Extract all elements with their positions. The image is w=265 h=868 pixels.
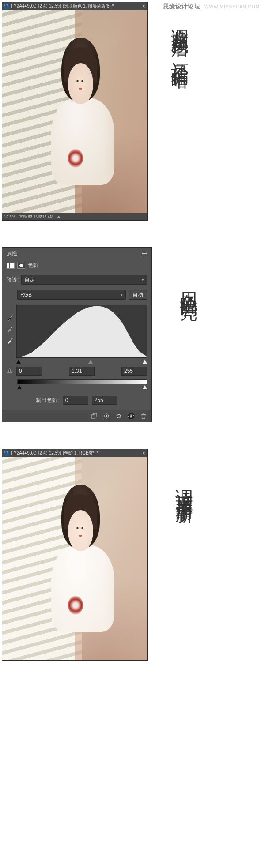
toggle-visibility-icon[interactable] (128, 413, 135, 419)
properties-panel: 属性 色阶 预设: 自定 ▾ RGB ▾ 自动 (2, 247, 152, 422)
histogram-chart (17, 305, 147, 357)
mask-icon[interactable] (17, 263, 25, 269)
view-previous-state-icon[interactable] (103, 413, 110, 419)
svg-marker-0 (17, 306, 147, 357)
section-levels: 属性 色阶 预设: 自定 ▾ RGB ▾ 自动 (0, 247, 265, 422)
document-title: FY2A4490.CR2 @ 12.5% (色阶 1, RGB/8*) * (11, 450, 98, 456)
ps-canvas-after (2, 457, 147, 660)
panel-title-row: 属性 (2, 248, 151, 259)
zoom-level[interactable]: 12.5% (4, 214, 15, 219)
ps-titlebar: FY2A4490.CR2 @ 12.5% (选取颜色 1, 图层蒙版/8) * … (2, 2, 147, 10)
clip-to-layer-icon[interactable] (91, 413, 98, 419)
input-black-field[interactable]: 0 (16, 367, 42, 376)
disclosure-triangle-icon[interactable] (57, 216, 61, 218)
document-title: FY2A4490.CR2 @ 12.5% (选取颜色 1, 图层蒙版/8) * (11, 3, 114, 9)
adjustment-type-label: 色阶 (28, 262, 38, 269)
watermark-cn: 思缘设计论坛 (163, 3, 200, 10)
channel-value: RGB (20, 292, 32, 298)
preset-select[interactable]: 自定 ▾ (21, 275, 147, 285)
input-values-row: 0 1.31 255 (2, 366, 151, 376)
input-black-slider[interactable] (16, 360, 21, 364)
caption-1: 调整颜色后，还是偏暗 (167, 15, 192, 59)
preset-row: 预设: 自定 ▾ (2, 272, 151, 287)
output-slider-rail[interactable] (17, 385, 147, 390)
svg-rect-1 (91, 415, 95, 418)
output-values-row: 输出色阶: 0 255 (2, 392, 151, 410)
output-label: 输出色阶: (36, 397, 59, 404)
histogram-area (2, 302, 151, 366)
output-white-slider[interactable] (143, 385, 147, 389)
watermark-en: WWW.MISSYUAN.COM (204, 4, 260, 9)
black-point-eyedropper-icon[interactable] (7, 314, 14, 321)
adjustment-type-row: 色阶 (2, 259, 151, 272)
auto-button[interactable]: 自动 (129, 290, 147, 300)
delete-adjustment-icon[interactable] (140, 413, 147, 419)
eyedropper-column (7, 305, 14, 366)
input-white-field[interactable]: 255 (121, 367, 147, 376)
levels-icon[interactable] (7, 263, 15, 269)
histogram (16, 305, 147, 358)
caption-2: 用色阶调亮 (176, 278, 201, 291)
clipping-warning-icon[interactable] (7, 368, 13, 374)
panel-title: 属性 (7, 250, 17, 257)
svg-point-4 (130, 415, 132, 417)
document-info: 文档:63.1M/316.4M (19, 214, 53, 220)
section-before: FY2A4490.CR2 @ 12.5% (选取颜色 1, 图层蒙版/8) * … (0, 0, 265, 221)
chevron-down-icon: ▾ (121, 293, 123, 297)
output-gradient (17, 379, 147, 384)
chevron-down-icon: ▾ (142, 278, 144, 282)
ps-document-window-before: FY2A4490.CR2 @ 12.5% (选取颜色 1, 图层蒙版/8) * … (2, 2, 148, 221)
output-white-field[interactable]: 255 (92, 396, 117, 405)
channel-row: RGB ▾ 自动 (2, 287, 151, 302)
preset-label: 预设: (7, 276, 19, 284)
photoshop-icon (4, 4, 9, 9)
ps-statusbar: 12.5% 文档:63.1M/316.4M (2, 213, 147, 220)
ps-canvas-before (2, 10, 147, 213)
caption-3: 调这后更加清新了 (172, 475, 196, 496)
ps-titlebar: FY2A4490.CR2 @ 12.5% (色阶 1, RGB/8*) * × (2, 449, 147, 457)
photoshop-icon (4, 451, 9, 456)
svg-point-3 (106, 415, 107, 417)
ps-document-window-after: FY2A4490.CR2 @ 12.5% (色阶 1, RGB/8*) * × (2, 449, 148, 661)
gray-point-eyedropper-icon[interactable] (7, 325, 14, 332)
output-black-field[interactable]: 0 (63, 396, 88, 405)
watermark: 思缘设计论坛 WWW.MISSYUAN.COM (163, 3, 260, 11)
section-after: FY2A4490.CR2 @ 12.5% (色阶 1, RGB/8*) * × … (0, 449, 265, 669)
input-gamma-field[interactable]: 1.31 (69, 367, 95, 376)
input-gamma-slider[interactable] (88, 360, 93, 364)
reset-icon[interactable] (115, 413, 122, 419)
preset-value: 自定 (24, 276, 35, 284)
close-icon[interactable]: × (142, 3, 145, 9)
close-icon[interactable]: × (142, 450, 145, 456)
input-white-slider[interactable] (143, 360, 147, 364)
input-slider-rail[interactable] (16, 360, 147, 364)
panel-menu-icon[interactable] (142, 252, 147, 255)
panel-footer (2, 410, 151, 422)
white-point-eyedropper-icon[interactable] (7, 337, 14, 344)
output-black-slider[interactable] (17, 385, 22, 389)
channel-select[interactable]: RGB ▾ (17, 290, 126, 300)
